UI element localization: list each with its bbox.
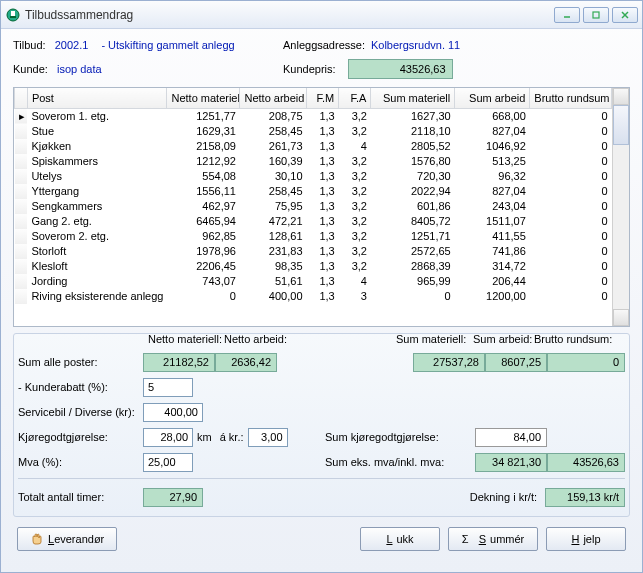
cell-na: 472,21 bbox=[240, 214, 307, 229]
cell-sa: 827,04 bbox=[455, 184, 530, 199]
timer-label: Totalt antall timer: bbox=[18, 491, 143, 503]
mva-input[interactable] bbox=[143, 453, 193, 472]
cell-post: Kjøkken bbox=[27, 139, 167, 154]
close-button[interactable] bbox=[612, 7, 638, 23]
cell-nm: 462,97 bbox=[167, 199, 240, 214]
lukk-button[interactable]: Lukk bbox=[360, 527, 440, 551]
cell-sm: 1576,80 bbox=[371, 154, 455, 169]
table-row[interactable]: Riving eksisterende anlegg 0 400,00 1,3 … bbox=[15, 289, 612, 304]
cell-fm: 1,3 bbox=[307, 289, 339, 304]
table-row[interactable]: Kjøkken 2158,09 261,73 1,3 4 2805,52 104… bbox=[15, 139, 612, 154]
scroll-down-button[interactable] bbox=[613, 309, 629, 326]
cell-fa: 3,2 bbox=[339, 124, 371, 139]
anlegg-label: Anleggsadresse: bbox=[283, 39, 365, 51]
cell-nm: 554,08 bbox=[167, 169, 240, 184]
cell-br: 0 bbox=[530, 199, 612, 214]
cell-nm: 2206,45 bbox=[167, 259, 240, 274]
table-row[interactable]: Jording 743,07 51,61 1,3 4 965,99 206,44… bbox=[15, 274, 612, 289]
data-grid[interactable]: Post Netto materiell Netto arbeid F.M F.… bbox=[13, 87, 630, 327]
kunderabatt-input[interactable] bbox=[143, 378, 193, 397]
hdr-netto-mat: Netto materiell: bbox=[148, 333, 222, 345]
kunde-value: isop data bbox=[57, 63, 102, 75]
cell-na: 258,45 bbox=[240, 184, 307, 199]
scroll-thumb[interactable] bbox=[613, 105, 629, 145]
sum-eks-label: Sum eks. mva/inkl. mva: bbox=[325, 456, 475, 468]
cell-nm: 0 bbox=[167, 289, 240, 304]
cell-br: 0 bbox=[530, 214, 612, 229]
cell-sa: 1511,07 bbox=[455, 214, 530, 229]
nm-total: 21182,52 bbox=[143, 353, 215, 372]
cell-sm: 2572,65 bbox=[371, 244, 455, 259]
cell-post: Klesloft bbox=[27, 259, 167, 274]
table-row[interactable]: Soverom 2. etg. 962,85 128,61 1,3 3,2 12… bbox=[15, 229, 612, 244]
col-post[interactable]: Post bbox=[27, 88, 167, 108]
col-sum-arb[interactable]: Sum arbeid bbox=[455, 88, 530, 108]
tilbud-label: Tilbud: bbox=[13, 39, 46, 51]
cell-nm: 1212,92 bbox=[167, 154, 240, 169]
table-row[interactable]: Storloft 1978,96 231,83 1,3 3,2 2572,65 … bbox=[15, 244, 612, 259]
kjore-km-input[interactable] bbox=[143, 428, 193, 447]
timer-value: 27,90 bbox=[143, 488, 203, 507]
cell-sa: 96,32 bbox=[455, 169, 530, 184]
table-row[interactable]: Spiskammers 1212,92 160,39 1,3 3,2 1576,… bbox=[15, 154, 612, 169]
maximize-button[interactable] bbox=[583, 7, 609, 23]
leverandor-button[interactable]: Leverandør bbox=[17, 527, 117, 551]
cell-na: 75,95 bbox=[240, 199, 307, 214]
minimize-button[interactable] bbox=[554, 7, 580, 23]
table-row[interactable]: Utelys 554,08 30,10 1,3 3,2 720,30 96,32… bbox=[15, 169, 612, 184]
cell-fa: 3,2 bbox=[339, 259, 371, 274]
col-netto-arb[interactable]: Netto arbeid bbox=[240, 88, 307, 108]
svg-rect-1 bbox=[11, 11, 15, 16]
cell-post: Sengkammers bbox=[27, 199, 167, 214]
hand-icon bbox=[30, 532, 44, 546]
sum-eks-value: 34 821,30 bbox=[475, 453, 547, 472]
table-row[interactable]: Yttergang 1556,11 258,45 1,3 3,2 2022,94… bbox=[15, 184, 612, 199]
col-brutto[interactable]: Brutto rundsum bbox=[530, 88, 612, 108]
vertical-scrollbar[interactable] bbox=[612, 88, 629, 326]
cell-post: Soverom 2. etg. bbox=[27, 229, 167, 244]
kjore-rate-input[interactable] bbox=[248, 428, 288, 447]
hdr-netto-arb: Netto arbeid: bbox=[224, 333, 287, 345]
col-sum-mat[interactable]: Sum materiell bbox=[371, 88, 455, 108]
col-fa[interactable]: F.A bbox=[339, 88, 371, 108]
cell-br: 0 bbox=[530, 139, 612, 154]
cell-fm: 1,3 bbox=[307, 108, 339, 124]
akr-label: á kr.: bbox=[220, 431, 244, 443]
scroll-up-button[interactable] bbox=[613, 88, 629, 105]
cell-nm: 1978,96 bbox=[167, 244, 240, 259]
cell-fa: 4 bbox=[339, 274, 371, 289]
cell-sm: 2805,52 bbox=[371, 139, 455, 154]
app-icon bbox=[5, 7, 21, 23]
sm-total: 27537,28 bbox=[413, 353, 485, 372]
col-netto-mat[interactable]: Netto materiell bbox=[167, 88, 240, 108]
cell-post: Yttergang bbox=[27, 184, 167, 199]
br-total: 0 bbox=[547, 353, 625, 372]
col-fm[interactable]: F.M bbox=[307, 88, 339, 108]
table-row[interactable]: Gang 2. etg. 6465,94 472,21 1,3 3,2 8405… bbox=[15, 214, 612, 229]
tilbud-desc: - Utskifting gammelt anlegg bbox=[101, 39, 234, 51]
table-row[interactable]: Stue 1629,31 258,45 1,3 3,2 2118,10 827,… bbox=[15, 124, 612, 139]
table-row[interactable]: Sengkammers 462,97 75,95 1,3 3,2 601,86 … bbox=[15, 199, 612, 214]
hdr-sum-arb: Sum arbeid: bbox=[473, 333, 532, 345]
cell-fm: 1,3 bbox=[307, 124, 339, 139]
cell-na: 51,61 bbox=[240, 274, 307, 289]
servicebil-input[interactable] bbox=[143, 403, 203, 422]
hjelp-button[interactable]: Hjelp bbox=[546, 527, 626, 551]
cell-fm: 1,3 bbox=[307, 274, 339, 289]
cell-br: 0 bbox=[530, 169, 612, 184]
cell-fa: 4 bbox=[339, 139, 371, 154]
cell-na: 400,00 bbox=[240, 289, 307, 304]
cell-na: 258,45 bbox=[240, 124, 307, 139]
sum-poster-label: Sum alle poster: bbox=[18, 356, 143, 368]
table-row[interactable]: ▸ Soverom 1. etg. 1251,77 208,75 1,3 3,2… bbox=[15, 108, 612, 124]
cell-post: Soverom 1. etg. bbox=[27, 108, 167, 124]
cell-fa: 3,2 bbox=[339, 229, 371, 244]
table-row[interactable]: Klesloft 2206,45 98,35 1,3 3,2 2868,39 3… bbox=[15, 259, 612, 274]
cell-nm: 743,07 bbox=[167, 274, 240, 289]
cell-sm: 0 bbox=[371, 289, 455, 304]
titlebar[interactable]: Tilbudssammendrag bbox=[1, 1, 642, 29]
cell-sm: 8405,72 bbox=[371, 214, 455, 229]
summer-button[interactable]: Σ Summér bbox=[448, 527, 538, 551]
anlegg-value: Kolbergsrudvn. 11 bbox=[371, 39, 460, 51]
cell-fa: 3,2 bbox=[339, 154, 371, 169]
